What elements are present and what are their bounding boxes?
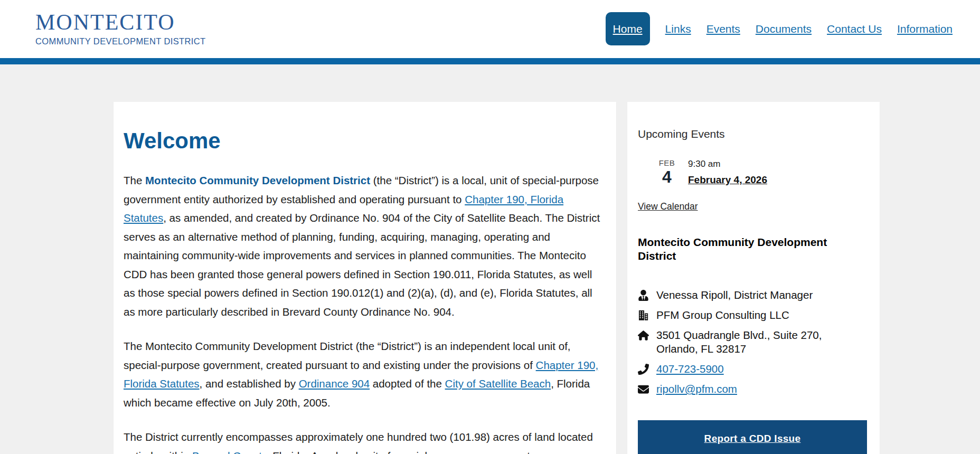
inline-link[interactable]: Ordinance 904 [299, 377, 370, 390]
text-run: The [124, 174, 145, 186]
view-calendar-link[interactable]: View Calendar [638, 201, 698, 212]
contact-text[interactable]: 407-723-5900 [656, 362, 724, 376]
district-name-bold: Montecito Community Development District [145, 174, 370, 186]
buildings-icon [638, 308, 649, 321]
contact-row: PFM Group Consulting LLC [638, 308, 867, 322]
home-icon [638, 328, 649, 341]
nav-link-home[interactable]: Home [606, 12, 650, 45]
nav-link-documents[interactable]: Documents [756, 23, 812, 35]
text-run: , as amended, and created by Ordinance N… [124, 212, 600, 318]
site-logo[interactable]: MONTECITO COMMUNITY DEVELOPMENT DISTRICT [35, 11, 211, 47]
inline-link[interactable]: City of Satellite Beach [445, 377, 551, 390]
text-run: , and established by [200, 377, 299, 390]
page-title: Welcome [124, 128, 606, 154]
event-title-link[interactable]: February 4, 2026 [688, 174, 767, 186]
nav-item: Home [606, 23, 650, 35]
paragraph: The Montecito Community Development Dist… [124, 337, 606, 412]
nav-item: Contact Us [827, 23, 882, 35]
contact-list: Venessa Ripoll, District ManagerPFM Grou… [638, 288, 867, 396]
main-content-card: Welcome The Montecito Community Developm… [114, 102, 616, 454]
inline-link[interactable]: Brevard County [192, 450, 267, 454]
nav-item: Events [706, 23, 740, 35]
envelope-icon [638, 382, 649, 395]
event-info: 9:30 am February 4, 2026 [688, 159, 767, 186]
district-name-heading: Montecito Community Development District [638, 235, 867, 263]
report-cdd-issue-button[interactable]: Report a CDD Issue [638, 420, 867, 454]
upcoming-events-heading: Upcoming Events [638, 127, 867, 141]
paragraph: The District currently encompasses appro… [124, 428, 606, 454]
site-header: MONTECITO COMMUNITY DEVELOPMENT DISTRICT… [0, 0, 980, 58]
text-run: adopted of the [370, 377, 445, 390]
main-nav-list: HomeLinksEventsDocumentsContact UsInform… [606, 23, 953, 35]
contact-row: Venessa Ripoll, District Manager [638, 288, 867, 302]
header-accent-bar [0, 58, 980, 64]
logo-title: MONTECITO [35, 11, 211, 33]
text-run: The Montecito Community Development Dist… [124, 340, 571, 371]
contact-text[interactable]: ripollv@pfm.com [656, 382, 737, 396]
page-body: Welcome The Montecito Community Developm… [0, 64, 980, 454]
nav-link-contact-us[interactable]: Contact Us [827, 23, 882, 35]
contact-text: PFM Group Consulting LLC [656, 308, 789, 322]
event-date-badge: FEB 4 [653, 159, 681, 186]
event-day: 4 [653, 167, 681, 186]
user-tie-icon [638, 288, 649, 301]
contact-row: 407-723-5900 [638, 362, 867, 376]
phone-icon [638, 362, 649, 375]
welcome-paragraphs: The Montecito Community Development Dist… [124, 171, 606, 454]
event-time: 9:30 am [688, 159, 767, 169]
logo-subtitle: COMMUNITY DEVELOPMENT DISTRICT [35, 36, 206, 47]
contact-row: ripollv@pfm.com [638, 382, 867, 396]
nav-link-links[interactable]: Links [665, 23, 691, 35]
nav-link-events[interactable]: Events [706, 23, 740, 35]
nav-item: Documents [756, 23, 812, 35]
nav-item: Links [665, 23, 691, 35]
event-item: FEB 4 9:30 am February 4, 2026 [653, 159, 867, 186]
sidebar: Upcoming Events FEB 4 9:30 am February 4… [627, 102, 880, 454]
nav-link-information[interactable]: Information [897, 23, 953, 35]
contact-text: Venessa Ripoll, District Manager [656, 288, 813, 302]
text-run: , Florida. As a local unit of special-pu… [267, 450, 533, 454]
paragraph: The Montecito Community Development Dist… [124, 171, 606, 321]
event-month: FEB [653, 159, 681, 167]
main-nav: HomeLinksEventsDocumentsContact UsInform… [606, 23, 953, 35]
contact-row: 3501 Quadrangle Blvd., Suite 270,Orlando… [638, 328, 867, 356]
nav-item: Information [897, 23, 953, 35]
contact-text: 3501 Quadrangle Blvd., Suite 270,Orlando… [656, 328, 822, 356]
